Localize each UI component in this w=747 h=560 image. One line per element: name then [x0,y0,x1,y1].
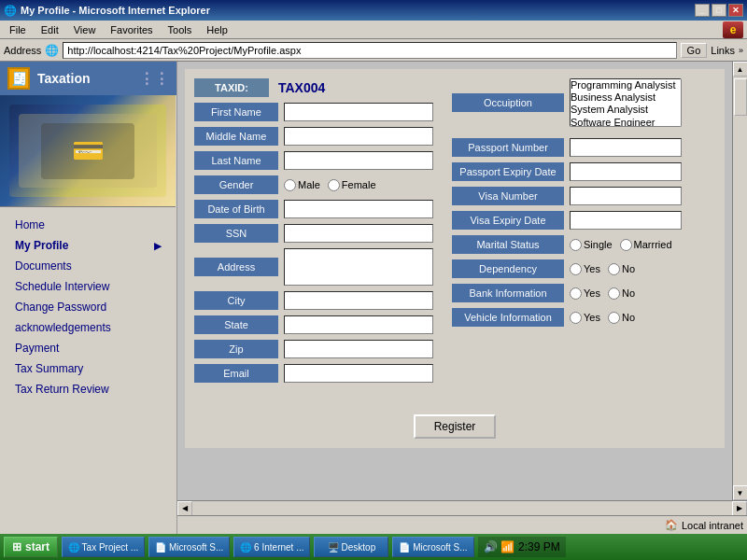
visa-number-input[interactable] [570,187,682,205]
taskbar-task-1[interactable]: 📄 Microsoft S... [148,537,230,557]
vertical-scrollbar[interactable]: ▲ ▼ [732,62,747,500]
taskbar-task-3[interactable]: 🖥️ Desktop [314,537,388,557]
passport-expiry-input[interactable] [570,162,682,181]
middlename-input[interactable] [284,127,433,146]
maximize-button[interactable]: □ [712,4,726,17]
address-label: Address [4,45,41,56]
gender-male-label[interactable]: Male [284,179,320,191]
vehicle-no-label[interactable]: No [608,312,635,324]
start-button[interactable]: ⊞ start [4,537,58,557]
bank-no-label[interactable]: No [608,287,635,300]
visa-expiry-input[interactable] [570,211,682,230]
dob-input[interactable] [284,200,433,218]
taskbar-task-0[interactable]: 🌐 Tax Project ... [62,537,145,557]
sidebar-image: 💳 [0,95,176,207]
marital-married-radio[interactable] [620,239,632,251]
window-title: My Profile - Microsoft Internet Explorer [21,5,210,16]
ie-logo: e [723,21,743,38]
scroll-down-button[interactable]: ▼ [733,485,748,500]
vehicle-yes-radio[interactable] [570,312,582,324]
sidebar-item-taxreturn[interactable]: Tax Return Review [0,379,176,399]
sidebar-item-taxsummary[interactable]: Tax Summary [0,358,176,379]
sidebar-item-myprofile[interactable]: My Profile ▶ [0,235,176,256]
go-button[interactable]: Go [681,43,708,58]
register-button[interactable]: Register [414,414,497,439]
address-input[interactable] [284,248,433,286]
gender-male-radio[interactable] [284,179,296,191]
scroll-left-button[interactable]: ◀ [177,501,192,516]
taskbar-right: 🔊 📶 2:39 PM [478,537,566,557]
firstname-input[interactable] [284,103,433,121]
marital-single-label[interactable]: Single [570,239,613,251]
bank-yes-label[interactable]: Yes [570,287,600,300]
marital-single-radio[interactable] [570,239,582,251]
marital-status-row: Marital Status Single Marrried [452,235,715,254]
address-icon: 🌐 [45,44,59,57]
lastname-row: Last Name [194,151,433,170]
horizontal-scrollbar[interactable]: ◀ ▶ [177,500,747,515]
form-columns: TAXID: TAX004 First Name [194,78,715,388]
close-button[interactable]: ✕ [728,4,743,17]
occupation-label: Occuiption [452,93,564,112]
zone-icon: 🏠 [665,519,678,531]
dependency-no-label[interactable]: No [608,263,635,275]
state-input[interactable] [284,315,433,334]
form-right-column: Occuiption Programming Analysist Busines… [452,78,715,388]
email-input[interactable] [284,364,433,383]
links-label: Links [711,45,735,56]
menu-favorites[interactable]: Favorites [105,22,158,37]
taxid-label: TAXID: [194,78,269,97]
ssn-input[interactable] [284,224,433,243]
dependency-yes-label[interactable]: Yes [570,263,600,275]
sidebar-item-acknowledgements[interactable]: acknowledgements [0,317,176,338]
page-content: TAXID: TAX004 First Name [177,62,732,500]
vehicle-info-label: Vehicle Information [452,308,564,327]
dob-row: Date of Birth [194,200,433,218]
taskbar-icons: 🔊 📶 [484,540,514,553]
menu-file[interactable]: File [4,22,32,37]
menu-edit[interactable]: Edit [35,22,64,37]
bank-no-radio[interactable] [608,287,620,300]
sidebar-item-password[interactable]: Change Password [0,297,176,317]
sidebar-item-payment[interactable]: Payment [0,338,176,358]
scroll-thumb[interactable] [734,78,747,116]
lastname-input[interactable] [284,151,433,170]
gender-female-label[interactable]: Female [328,179,376,191]
minimize-button[interactable]: _ [695,4,710,17]
marital-married-label[interactable]: Marrried [620,239,672,251]
bank-info-row: Bank Information Yes No [452,284,715,302]
sidebar-item-documents[interactable]: Documents [0,256,176,276]
zone-label: Local intranet [682,520,743,531]
menu-tools[interactable]: Tools [162,22,198,37]
sidebar-item-home[interactable]: Home [0,215,176,235]
bank-info-label: Bank Information [452,284,564,302]
gender-female-radio[interactable] [328,179,340,191]
taskbar-time: 2:39 PM [518,540,560,553]
scroll-right-button[interactable]: ▶ [732,501,747,516]
dependency-yes-radio[interactable] [570,263,582,275]
occupation-select[interactable]: Programming Analysist Business Analysist… [570,78,682,127]
menu-view[interactable]: View [68,22,102,37]
vehicle-yes-label[interactable]: Yes [570,312,600,324]
email-row: Email [194,364,433,383]
sidebar-item-schedule[interactable]: Schedule Interview [0,276,176,297]
page-main: TAXID: TAX004 First Name [177,62,747,534]
taskbar-task-4[interactable]: 📄 Microsoft S... [392,537,473,557]
bank-info-group: Yes No [570,287,635,300]
browser-icon: 🌐 [4,5,17,17]
address-row: Address [194,248,433,286]
zip-input[interactable] [284,340,433,358]
address-bar: Address 🌐 http://localhost:4214/Tax%20Pr… [0,39,747,62]
address-url[interactable]: http://localhost:4214/Tax%20Project/MyPr… [67,45,301,56]
vehicle-no-radio[interactable] [608,312,620,324]
ssn-label: SSN [194,224,278,243]
scroll-up-button[interactable]: ▲ [733,62,748,77]
taskbar-task-2[interactable]: 🌐 6 Internet ... [233,537,310,557]
menu-bar: File Edit View Favorites Tools Help e [0,21,747,39]
passport-number-input[interactable] [570,138,682,157]
city-input[interactable] [284,291,433,310]
dependency-no-radio[interactable] [608,263,620,275]
title-bar: 🌐 My Profile - Microsoft Internet Explor… [0,0,747,21]
bank-yes-radio[interactable] [570,287,582,300]
menu-help[interactable]: Help [201,22,233,37]
